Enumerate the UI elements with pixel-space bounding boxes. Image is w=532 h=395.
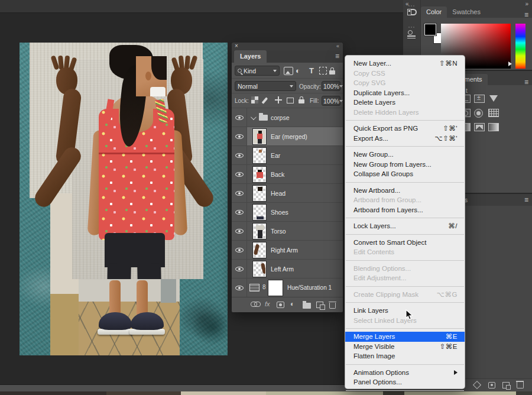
diamond-icon[interactable] [473,381,481,389]
layer-filter-kind-dropdown[interactable]: Kind [235,66,280,76]
channel-mixer-adjustment-icon[interactable] [474,109,483,118]
visibility-toggle[interactable] [232,222,247,240]
layer-row-shoes[interactable]: Shoes [232,203,343,222]
menu-item-merge-layers[interactable]: Merge Layers⌘E [345,332,465,342]
layer-thumbnail[interactable] [253,224,266,239]
add-layer-mask-icon[interactable] [277,302,284,308]
layer-mask-icon[interactable] [488,382,495,388]
foreground-color-swatch[interactable] [424,24,436,35]
new-group-icon[interactable] [303,303,311,309]
exposure-adjustment-icon[interactable] [474,95,485,103]
eye-icon[interactable] [235,210,244,215]
layer-thumbnail[interactable] [253,148,266,163]
selective-color-adjustment-icon[interactable] [474,123,485,131]
layer-style-fx-icon[interactable]: fx [265,300,270,307]
fill-value-dropdown[interactable]: 100% [322,96,340,106]
layer-thumbnail[interactable] [253,167,266,182]
visibility-toggle[interactable] [232,184,247,202]
link-layers-icon[interactable] [251,302,260,306]
layer-thumbnail[interactable] [253,186,266,201]
gradient-fill-adjustment-icon[interactable] [488,123,499,131]
shape-layer-filter-icon[interactable] [319,67,327,75]
eye-icon[interactable] [235,248,244,252]
visibility-toggle[interactable] [232,260,247,278]
menu-item-convert-to-smart-object[interactable]: Convert to Smart Object [345,238,465,248]
eye-icon[interactable] [235,115,244,120]
layer-thumbnail[interactable] [253,242,266,258]
collapse-panel-icon[interactable]: « [336,43,339,50]
layer-thumbnail[interactable] [253,261,266,277]
delete-layer-icon[interactable] [329,303,336,309]
lock-artboard-icon[interactable] [287,98,294,103]
menu-item-merge-visible[interactable]: Merge Visible⇧⌘E [345,342,465,352]
eye-icon[interactable] [235,153,244,158]
vibrance-adjustment-icon[interactable] [488,95,499,103]
menu-item-new-artboard[interactable]: New Artboard... [345,186,465,196]
layer-row-hue-saturation-1[interactable]: 8Hue/Saturation 1 [232,279,343,297]
layer-row-back[interactable]: Back [232,165,343,184]
visibility-toggle[interactable] [232,241,247,259]
blend-mode-dropdown[interactable]: Normal [235,81,296,91]
menu-item-export-as[interactable]: Export As...⌥⇧⌘' [345,134,465,144]
menu-item-flatten-image[interactable]: Flatten Image [345,351,465,361]
menu-item-new-layer[interactable]: New Layer...⇧⌘N [345,59,465,69]
eye-icon[interactable] [235,191,244,196]
eye-icon[interactable] [235,286,244,290]
tab-color[interactable]: Color [421,7,447,18]
color-panel-menu-icon[interactable]: ≡ [524,12,528,18]
layer-row-ear-merged[interactable]: Ear (merged) [232,127,343,146]
history-panel-icon[interactable] [407,8,417,17]
adjustment-layer-filter-icon[interactable] [296,66,305,76]
actions-panel-icon[interactable] [407,30,417,39]
eye-icon[interactable] [235,134,244,139]
menu-item-new-group[interactable]: New Group... [345,150,465,160]
visibility-toggle[interactable] [232,127,247,145]
trash-icon[interactable] [517,382,524,388]
layer-thumbnail[interactable] [253,129,266,144]
color-lookup-adjustment-icon[interactable] [488,109,499,117]
menu-item-new-group-from-layers[interactable]: New Group from Layers... [345,160,465,170]
tab-layers[interactable]: Layers [234,50,267,63]
layer-row-corpse[interactable]: corpse [232,108,343,127]
field-slider-arrow-icon[interactable] [508,61,512,66]
eye-icon[interactable] [235,229,244,234]
type-layer-filter-icon[interactable] [307,66,317,76]
lock-position-icon[interactable] [275,96,282,103]
menu-item-duplicate-layers[interactable]: Duplicate Layers... [345,88,465,98]
hue-saturation-adjustment-icon[interactable] [249,284,259,292]
visibility-toggle[interactable] [232,146,247,164]
menu-item-animation-options[interactable]: Animation Options [345,368,465,378]
secondary-panel-menu-icon[interactable]: ≡ [524,197,528,203]
layers-panel-menu-icon[interactable]: ≡ [335,53,339,59]
adjustments-panel-menu-icon[interactable]: ≡ [524,79,528,85]
eye-icon[interactable] [235,172,244,177]
expand-dock-icon[interactable]: » [525,1,528,7]
pixel-layer-filter-icon[interactable] [284,67,293,75]
menu-item-panel-options[interactable]: Panel Options... [345,377,465,387]
menu-item-collapse-all-groups[interactable]: Collapse All Groups [345,169,465,179]
visibility-toggle[interactable] [232,165,247,183]
visibility-toggle[interactable] [232,108,247,127]
new-adjustment-layer-icon[interactable]: ◐ [290,300,294,308]
new-layer-icon[interactable] [316,302,323,308]
menu-item-link-layers[interactable]: Link Layers [345,306,465,316]
opacity-value-dropdown[interactable]: 100% [322,81,340,91]
lock-transparency-icon[interactable] [251,96,258,103]
menu-item-lock-layers[interactable]: Lock Layers...⌘/ [345,221,465,231]
smart-object-filter-icon[interactable] [329,67,336,75]
visibility-toggle[interactable] [232,279,247,297]
lock-paint-icon[interactable] [263,96,270,103]
tab-swatches[interactable]: Swatches [447,7,486,18]
layer-row-head[interactable]: Head [232,184,343,203]
menu-item-delete-layers[interactable]: Delete Layers [345,98,465,108]
layer-thumbnail[interactable] [253,205,266,220]
layer-row-right-arm[interactable]: Right Arm [232,241,343,260]
lock-all-icon[interactable] [299,96,305,103]
layer-row-ear[interactable]: Ear [232,146,343,165]
layer-mask-thumbnail[interactable] [268,280,283,296]
menu-item-quick-export-as-png[interactable]: Quick Export as PNG⇧⌘' [345,124,465,134]
menu-item-artboard-from-layers[interactable]: Artboard from Layers... [345,205,465,215]
layer-row-torso[interactable]: Torso [232,222,343,241]
visibility-toggle[interactable] [232,203,247,221]
layer-row-left-arm[interactable]: Left Arm [232,260,343,279]
